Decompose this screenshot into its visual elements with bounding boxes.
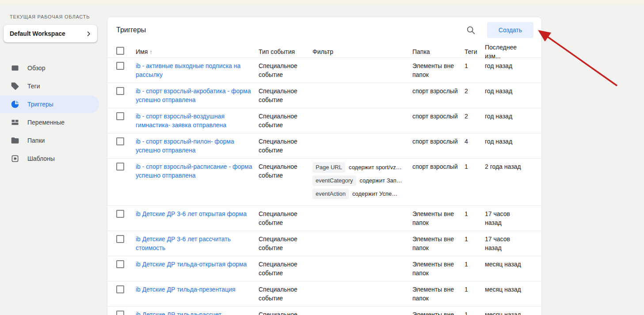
sidebar-item-label: Триггеры [27,101,53,108]
folder-cell: Элементы вне папок [412,206,465,231]
trigger-name-link[interactable]: ib - спорт взрослый-расписание - форма у… [136,163,252,179]
row-checkbox[interactable] [116,62,124,70]
filter-cell [312,231,412,238]
trigger-name-link[interactable]: ib Детские ДР тильда-презентация [136,286,236,293]
tags-count-cell: 2 [465,108,485,124]
trigger-name-link[interactable]: ib - спорт взрослый-воздушная гимнастика… [136,113,226,129]
sidebar-item-tags[interactable]: Теги [0,77,99,95]
filter-cell [312,206,412,213]
last-modified-cell: год назад [485,83,533,99]
tags-count-cell: 1 [465,307,485,315]
sidebar-nav: Обзор Теги Триггеры Переменные Папки Шаб… [0,59,107,167]
trigger-name-link[interactable]: ib Детские ДР тильда-рассчет [136,311,221,315]
search-icon[interactable] [464,23,477,37]
checkbox-cell [116,256,136,274]
tags-count-cell: 1 [465,159,485,175]
name-cell: ib - спорт взрослый-пилон- форма успешно… [136,133,259,158]
tags-count-cell: 1 [465,281,485,297]
folder-cell: Элементы вне папок [412,231,465,256]
panel-header: Триггеры Создать [107,17,541,43]
row-checkbox[interactable] [116,210,124,218]
last-modified-cell: месяц назад [485,307,533,315]
row-checkbox[interactable] [116,137,124,145]
sidebar-item-triggers[interactable]: Триггеры [0,95,99,113]
table-row: ib - спорт взрослый-акробатика - форма у… [107,83,541,108]
column-header-event-type: Тип события [259,47,312,56]
filter-variable-chip: eventCategory [312,175,356,186]
table-row: ib - активные выходные подписка на рассы… [107,58,541,83]
filter-cell [312,58,412,65]
tags-count-cell: 1 [465,231,485,247]
filter-cell [312,307,412,314]
filter-cell [312,256,412,263]
sidebar-item-templates[interactable]: Шаблоны [0,150,99,167]
trigger-name-link[interactable]: ib - спорт взрослый-акробатика - форма у… [136,87,251,103]
name-cell: ib - спорт взрослый-расписание - форма у… [136,159,259,183]
chevron-right-icon [85,30,92,37]
folder-cell: спорт взрослый [412,133,465,149]
trigger-name-link[interactable]: ib Детские ДР 3-6 лет рассчитать стоимос… [136,235,231,251]
filter-cell [312,83,412,90]
sidebar-item-overview[interactable]: Обзор [0,59,99,77]
filter-cell [312,133,412,140]
trigger-name-link[interactable]: ib - спорт взрослый-пилон- форма успешно… [136,138,234,154]
sidebar-item-label: Папки [27,137,45,144]
table-row: ib - спорт взрослый-воздушная гимнастика… [107,108,541,133]
sidebar: ТЕКУЩАЯ РАБОЧАЯ ОБЛАСТЬ Default Workspac… [0,4,107,168]
sidebar-item-label: Обзор [27,65,45,72]
filter-cell [312,281,412,288]
trigger-name-link[interactable]: ib Детские ДР тильда-открытая форма [136,261,247,268]
event-type-cell: Специальное событие [259,108,312,133]
filter-condition-row: eventCategoryсодержит Зап… [312,175,408,186]
table-row: ib - спорт взрослый-расписание - форма у… [107,159,541,206]
trigger-table-body: ib - активные выходные подписка на рассы… [107,58,541,315]
name-cell: ib Детские ДР тильда-презентация [136,281,259,297]
trigger-name-link[interactable]: ib Детские ДР 3-6 лет открытая форма [136,210,247,217]
row-checkbox[interactable] [116,311,124,315]
row-checkbox[interactable] [116,260,124,268]
table-row: ib Детские ДР 3-6 лет рассчитать стоимос… [107,231,541,256]
tags-count-cell: 1 [465,206,485,222]
last-modified-cell: 17 часов назад [485,231,533,256]
checkbox-cell [116,307,136,315]
filter-cell [312,108,412,115]
trigger-name-link[interactable]: ib - активные выходные подписка на рассы… [136,62,240,78]
page-title: Триггеры [116,26,146,34]
row-checkbox[interactable] [116,112,124,120]
row-checkbox[interactable] [116,235,124,243]
folder-icon [11,136,19,145]
row-checkbox[interactable] [116,285,124,293]
table-row: ib Детские ДР тильда-рассчет Специальное… [107,307,541,315]
filter-condition-text: содержит Успе… [352,190,397,198]
table-header-row: Имя↑ Тип события Фильтр Папка Теги После… [107,43,541,58]
workspace-name: Default Workspace [10,30,65,37]
row-checkbox[interactable] [116,163,124,171]
column-header-filter: Фильтр [312,47,412,56]
name-cell: ib Детские ДР 3-6 лет рассчитать стоимос… [136,231,259,256]
event-type-cell: Специальное событие [259,58,312,83]
sidebar-item-variables[interactable]: Переменные [0,114,99,131]
column-header-folder: Папка [412,47,465,56]
column-header-name[interactable]: Имя↑ [136,47,259,57]
sidebar-item-label: Шаблоны [27,155,55,162]
select-all-checkbox[interactable] [116,47,124,55]
event-type-cell: Специальное событие [259,133,312,158]
event-type-cell: Специальное событие [259,281,312,306]
create-button[interactable]: Создать [487,22,533,38]
checkbox-cell [116,159,136,176]
header-actions: Создать [464,22,533,38]
name-cell: ib - активные выходные подписка на рассы… [136,58,259,83]
workspace-selector[interactable]: Default Workspace [4,25,97,42]
filter-variable-chip: eventAction [312,189,349,199]
sidebar-item-label: Теги [27,83,40,90]
row-checkbox[interactable] [116,87,124,95]
name-cell: ib Детские ДР тильда-открытая форма [136,256,259,272]
last-modified-cell: месяц назад [485,281,533,297]
sidebar-item-folders[interactable]: Папки [0,132,99,149]
column-header-tags: Теги [465,47,485,56]
workspace-section-label: ТЕКУЩАЯ РАБОЧАЯ ОБЛАСТЬ [10,14,107,19]
folder-cell: спорт взрослый [412,83,465,99]
tags-count-cell: 4 [465,133,485,149]
last-modified-cell: 17 часов назад [485,206,533,231]
filter-condition-row: Page URLсодержит sport/vz… [312,162,408,173]
